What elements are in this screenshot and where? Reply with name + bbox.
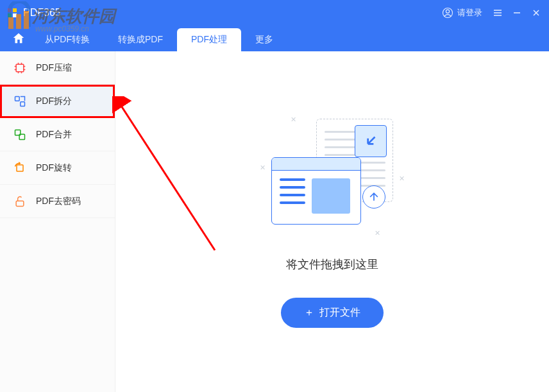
titlebar: PDF365 请登录 [0,0,549,26]
svg-point-4 [446,10,449,13]
plus-icon: ＋ [304,306,314,320]
sidebar-item-merge[interactable]: PDF合并 [0,118,115,151]
sidebar-item-compress[interactable]: PDF压缩 [0,51,115,85]
split-icon [13,94,27,108]
home-tab[interactable] [6,26,31,51]
rotate-icon [13,161,27,175]
home-icon [12,31,26,46]
menu-button[interactable] [493,8,503,18]
svg-rect-11 [16,64,24,72]
close-button[interactable] [531,8,541,18]
sidebar-item-rotate[interactable]: PDF旋转 [0,151,115,185]
sidebar-item-split[interactable]: PDF拆分 [0,85,115,118]
svg-rect-17 [16,201,24,206]
sidebar: PDF压缩 PDF拆分 PDF合并 PDF旋转 PDF去密码 [0,51,115,392]
svg-rect-12 [15,96,20,101]
drop-illustration: ✕ ✕ ✕ ✕ [265,115,400,237]
minimize-button[interactable] [512,8,522,18]
tab-from-pdf[interactable]: 从PDF转换 [31,28,104,51]
tab-more[interactable]: 更多 [241,28,287,51]
compress-icon [13,61,27,75]
open-file-button[interactable]: ＋ 打开文件 [281,298,384,328]
tab-bar: 从PDF转换 转换成PDF PDF处理 更多 [0,26,549,51]
upload-icon [362,185,385,209]
sidebar-item-unlock[interactable]: PDF去密码 [0,185,115,218]
unlock-icon [13,194,27,209]
app-name: PDF365 [23,7,61,19]
arrow-down-icon [355,125,387,157]
sidebar-item-label: PDF去密码 [36,196,81,207]
sidebar-item-label: PDF合并 [36,129,72,141]
merge-icon [13,128,27,142]
sidebar-item-label: PDF拆分 [36,96,72,107]
app-logo: PDF365 [8,7,61,19]
sidebar-item-label: PDF压缩 [36,62,72,74]
user-icon [442,7,453,19]
drop-zone[interactable]: ✕ ✕ ✕ ✕ [115,51,549,392]
sidebar-item-label: PDF旋转 [36,162,72,174]
svg-rect-13 [21,101,25,106]
drop-text: 将文件拖拽到这里 [286,257,378,272]
login-button[interactable]: 请登录 [442,7,482,19]
tab-pdf-process[interactable]: PDF处理 [177,28,241,51]
svg-rect-16 [17,165,23,171]
tab-to-pdf[interactable]: 转换成PDF [104,28,177,51]
